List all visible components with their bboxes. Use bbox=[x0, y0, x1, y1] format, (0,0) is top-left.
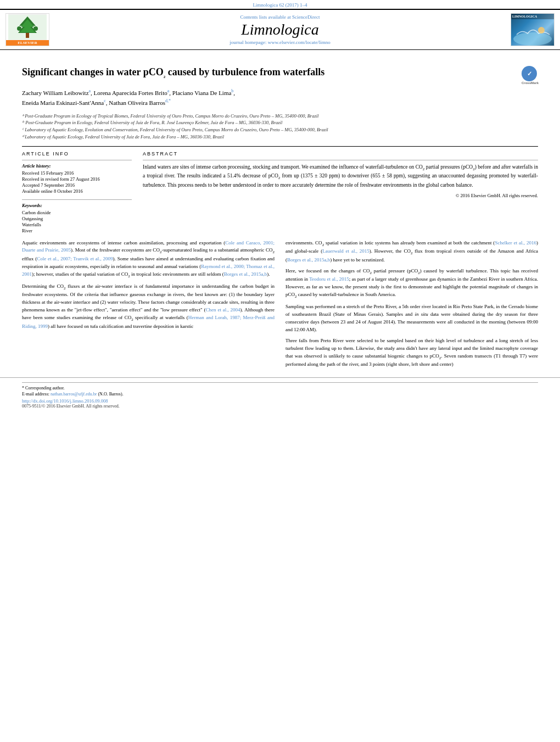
crossmark-logo: ✓ CrossMark bbox=[522, 66, 538, 82]
ref-cole-2007[interactable]: Cole et al., 2007; Tranvik et al., 2009 bbox=[37, 256, 113, 261]
received-date: Received 15 February 2016 bbox=[22, 170, 132, 176]
crossmark-icon: ✓ bbox=[522, 66, 537, 81]
article-section: Significant changes in water pCO2 caused… bbox=[0, 50, 560, 234]
ref-schelker[interactable]: Schelker et al., 2016 bbox=[495, 240, 536, 246]
doi-link[interactable]: http://dx.doi.org/10.1016/j.limno.2016.0… bbox=[22, 398, 538, 404]
body-para-2: Determining the CO2 fluxes at the air-wa… bbox=[22, 283, 275, 331]
article-info-header: ARTICLE INFO bbox=[22, 151, 132, 157]
contents-line: Contents lists available at ScienceDirec… bbox=[49, 14, 511, 20]
svg-point-6 bbox=[513, 32, 552, 46]
limnologica-image: LIMNOLOGICA bbox=[511, 14, 554, 46]
revised-date: Received in revised form 27 August 2016 bbox=[22, 176, 132, 182]
ref-lauerwald[interactable]: Lauerwald et al., 2015 bbox=[322, 248, 369, 254]
affiliation-a: ᵃ Post-Graduate Program in Ecology of Tr… bbox=[22, 113, 538, 120]
body-para-6: Three falls from Preto River were select… bbox=[285, 337, 538, 369]
article-title-text: Significant changes in water pCO2 caused… bbox=[22, 66, 516, 80]
body-para-4: Here, we focused on the changes of CO2 p… bbox=[285, 267, 538, 300]
svg-point-5 bbox=[33, 26, 38, 31]
elsevier-tree-image bbox=[8, 14, 47, 40]
keywords-box: Keywords: Carbon dioxide Outgassing Wate… bbox=[22, 199, 132, 233]
journal-citation: Limnologica 62 (2017) 1–4 bbox=[253, 2, 307, 8]
journal-center: Contents lists available at ScienceDirec… bbox=[49, 14, 511, 45]
affiliation-b: ᵇ Post-Graduate Program in Ecology, Fede… bbox=[22, 119, 538, 126]
homepage-link[interactable]: www.elsevier.com/locate/limno bbox=[268, 40, 331, 45]
accepted-date: Accepted 7 September 2016 bbox=[22, 182, 132, 188]
ref-herman[interactable]: Herman and Lorah, 1987; Merz-Preiß and R… bbox=[22, 315, 275, 329]
email-line: E-mail address: nathan.barros@ufjf.edu.b… bbox=[22, 392, 538, 397]
keyword-3: Waterfalls bbox=[22, 222, 132, 227]
body-two-col: Aquatic environments are ecosystems of i… bbox=[22, 239, 538, 372]
authors-line: Zachary William Leibowitza, Lorena Apare… bbox=[22, 88, 538, 108]
keywords-title: Keywords: bbox=[22, 203, 132, 208]
journal-title: Limnologica bbox=[49, 21, 511, 38]
ref-cole-caraco[interactable]: Cole and Caraco, 2001; Duarte and Prairi… bbox=[22, 240, 275, 253]
article-info-box: Article history: Received 15 February 20… bbox=[22, 160, 132, 194]
left-column: ARTICLE INFO Article history: Received 1… bbox=[22, 151, 132, 234]
issn-line: 0075-9511/© 2016 Elsevier GmbH. All righ… bbox=[22, 404, 538, 409]
right-column: ABSTRACT Inland waters are sites of inte… bbox=[143, 151, 538, 234]
journal-header: ELSEVIER Contents lists available at Sci… bbox=[0, 9, 560, 50]
svg-point-4 bbox=[17, 26, 21, 31]
abstract-text: Inland waters are sites of intense carbo… bbox=[143, 163, 538, 189]
affiliation-d: ᵈ Laboratory of Aquatic Ecology, Federal… bbox=[22, 133, 538, 141]
affiliations: ᵃ Post-Graduate Program in Ecology of Tr… bbox=[22, 113, 538, 141]
body-left: Aquatic environments are ecosystems of i… bbox=[22, 239, 275, 372]
ref-chen[interactable]: Chen et al., 2004 bbox=[206, 307, 240, 313]
ref-teodoru[interactable]: Teodoru et al., 2015 bbox=[309, 276, 349, 282]
svg-rect-1 bbox=[26, 32, 29, 38]
body-para-3: environments. CO2 spatial variation in l… bbox=[285, 239, 538, 264]
author-email[interactable]: nathan.barros@ufjf.edu.br bbox=[51, 392, 97, 397]
body-right: environments. CO2 spatial variation in l… bbox=[285, 239, 538, 372]
affiliation-c: ᶜ Laboratory of Aquatic Ecology, Evoluti… bbox=[22, 126, 538, 133]
sciencedirect-link[interactable]: ScienceDirect bbox=[292, 14, 320, 20]
keyword-2: Outgassing bbox=[22, 216, 132, 221]
history-title: Article history: bbox=[22, 163, 132, 169]
journal-info-bar: Limnologica 62 (2017) 1–4 bbox=[0, 0, 560, 9]
article-footer: * Corresponding author. E-mail address: … bbox=[0, 377, 560, 412]
svg-point-7 bbox=[538, 27, 545, 34]
footer-divider bbox=[22, 382, 538, 383]
keyword-4: River bbox=[22, 228, 132, 233]
journal-logo-right: LIMNOLOGICA bbox=[511, 13, 555, 46]
page: Limnologica 62 (2017) 1–4 ELSEVI bbox=[0, 0, 560, 742]
info-abstract-row: ARTICLE INFO Article history: Received 1… bbox=[22, 151, 538, 234]
article-title-row: Significant changes in water pCO2 caused… bbox=[22, 66, 538, 82]
keyword-1: Carbon dioxide bbox=[22, 210, 132, 215]
available-date: Available online 8 October 2016 bbox=[22, 188, 132, 194]
elsevier-logo: ELSEVIER bbox=[5, 13, 49, 46]
body-para-1: Aquatic environments are ecosystems of i… bbox=[22, 239, 275, 280]
abstract-box: Inland waters are sites of intense carbo… bbox=[143, 160, 538, 198]
body-section: Aquatic environments are ecosystems of i… bbox=[0, 234, 560, 372]
homepage-line: journal homepage: www.elsevier.com/locat… bbox=[49, 40, 511, 45]
ref-borges-2015[interactable]: Borges et al., 2015a,b bbox=[287, 257, 330, 263]
corresponding-author-note: * Corresponding author. bbox=[22, 386, 538, 390]
abstract-copyright: © 2016 Elsevier GmbH. All rights reserve… bbox=[143, 193, 538, 198]
ref-borges[interactable]: Borges et al., 2015a,b bbox=[224, 271, 267, 277]
abstract-header: ABSTRACT bbox=[143, 151, 538, 157]
elsevier-text-label: ELSEVIER bbox=[6, 40, 49, 46]
divider-1 bbox=[22, 146, 538, 147]
body-para-5: Sampling was performed on a stretch of t… bbox=[285, 303, 538, 334]
